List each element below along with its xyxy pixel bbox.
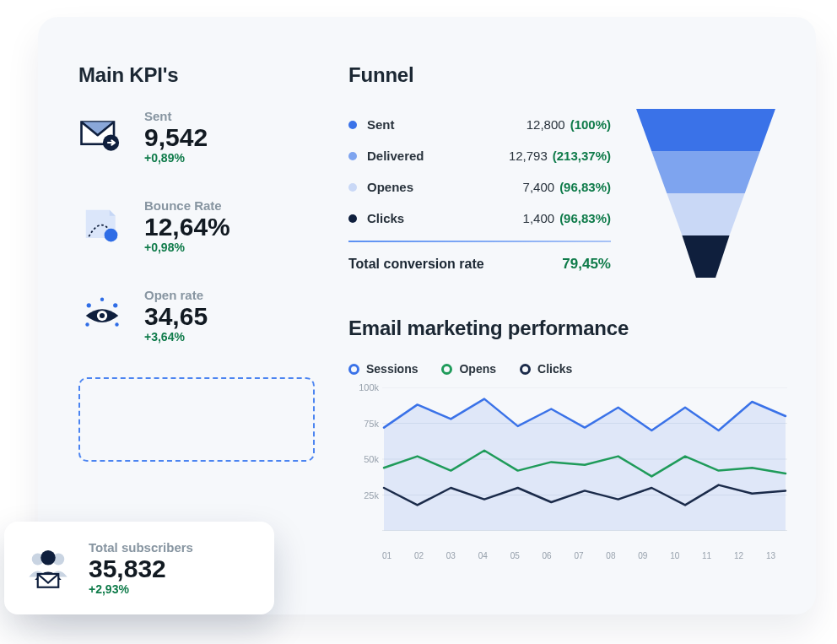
funnel-total: Total conversion rate 79,45% xyxy=(348,252,611,276)
funnel-list: Sent12,800 (100%)Delivered12,793 (213,37… xyxy=(348,109,611,276)
svg-point-9 xyxy=(100,313,105,318)
subscribers-delta: +2,93% xyxy=(89,582,193,596)
kpi-sent: Sent 9,542 +0,89% xyxy=(78,109,315,165)
legend-marker-icon xyxy=(520,364,531,375)
svg-marker-13 xyxy=(682,235,729,278)
x-tick-label: 03 xyxy=(446,551,456,560)
legend-label: Clicks xyxy=(537,362,572,376)
kpi-open-value: 34,65 xyxy=(144,302,208,330)
y-tick-label: 25k xyxy=(364,490,379,501)
kpi-sent-value: 9,542 xyxy=(144,123,208,151)
x-tick-label: 05 xyxy=(510,551,520,560)
svg-marker-12 xyxy=(667,193,744,235)
chart-legend: SessionsOpensClicks xyxy=(348,362,775,376)
kpi-bounce-value: 12,64% xyxy=(144,213,230,241)
funnel-item-value: 1,400 xyxy=(523,211,555,225)
kpi-bounce: Bounce Rate 12,64% +0,98% xyxy=(78,198,315,254)
performance-title: Email marketing performance xyxy=(348,317,775,340)
funnel-separator xyxy=(348,241,611,242)
funnel-item-label: Sent xyxy=(367,117,526,132)
dot-icon xyxy=(348,183,357,192)
kpi-column: Main KPI's Sent 9,542 +0,89% xyxy=(78,63,315,568)
funnel-item-pct: (100%) xyxy=(570,117,611,132)
funnel-total-label: Total conversion rate xyxy=(348,257,562,272)
funnel-item: Clicks1,400 (96,83%) xyxy=(348,203,611,234)
funnel-item: Openes7,400 (96,83%) xyxy=(348,171,611,203)
x-tick-label: 09 xyxy=(638,551,647,560)
svg-point-7 xyxy=(115,322,118,326)
x-tick-label: 07 xyxy=(574,551,583,560)
svg-point-5 xyxy=(113,303,117,307)
x-tick-label: 12 xyxy=(734,551,743,560)
x-tick-label: 08 xyxy=(606,551,615,560)
x-tick-label: 10 xyxy=(670,551,679,560)
performance-section: Email marketing performance SessionsOpen… xyxy=(348,317,775,560)
dot-icon xyxy=(348,121,357,129)
kpi-open-label: Open rate xyxy=(144,288,208,302)
kpi-open: Open rate 34,65 +3,64% xyxy=(78,288,315,344)
svg-point-3 xyxy=(87,303,91,307)
legend-label: Sessions xyxy=(366,362,418,376)
y-tick-label: 75k xyxy=(364,419,379,429)
funnel-item-value: 12,793 xyxy=(509,149,548,163)
x-tick-label: 02 xyxy=(414,551,424,560)
x-tick-label: 04 xyxy=(478,551,488,560)
kpi-sent-label: Sent xyxy=(144,109,208,123)
funnel-item-value: 7,400 xyxy=(523,180,555,194)
legend-item: Opens xyxy=(441,362,496,376)
funnel-item-value: 12,800 xyxy=(526,117,565,132)
subscribers-value: 35,832 xyxy=(89,555,193,582)
funnel-item: Delivered12,793 (213,37%) xyxy=(348,140,611,171)
funnel-total-pct: 79,45% xyxy=(562,256,611,273)
funnel-item-label: Openes xyxy=(367,180,523,194)
y-tick-label: 50k xyxy=(364,454,379,464)
funnel-item-label: Clicks xyxy=(367,211,523,225)
kpi-title: Main KPI's xyxy=(78,63,315,87)
eye-icon xyxy=(78,292,126,339)
subscribers-label: Total subscribers xyxy=(89,540,193,555)
svg-marker-10 xyxy=(636,109,775,151)
funnel-title: Funnel xyxy=(348,63,775,87)
bounce-icon xyxy=(78,203,126,250)
dot-icon xyxy=(348,214,357,223)
drop-placeholder[interactable] xyxy=(78,377,315,462)
x-tick-label: 11 xyxy=(702,551,711,560)
x-tick-label: 06 xyxy=(543,551,552,560)
dot-icon xyxy=(348,152,357,160)
funnel-item-pct: (213,37%) xyxy=(553,149,611,163)
kpi-bounce-delta: +0,98% xyxy=(144,241,230,254)
funnel-item-pct: (96,83%) xyxy=(559,180,611,194)
legend-marker-icon xyxy=(348,364,359,375)
kpi-bounce-label: Bounce Rate xyxy=(144,198,230,213)
funnel-item-pct: (96,83%) xyxy=(559,211,611,225)
legend-label: Opens xyxy=(459,362,496,376)
svg-point-6 xyxy=(85,322,89,326)
kpi-sent-delta: +0,89% xyxy=(144,151,208,165)
line-chart: 25k50k75k100k 01020304050607080910111213 xyxy=(348,387,775,560)
x-tick-label: 01 xyxy=(382,551,392,560)
envelope-icon xyxy=(78,113,126,160)
funnel-item: Sent12,800 (100%) xyxy=(348,109,611,140)
y-tick-label: 100k xyxy=(359,382,379,392)
legend-marker-icon xyxy=(441,364,452,375)
svg-point-4 xyxy=(100,298,104,301)
funnel-chart xyxy=(636,109,775,281)
legend-item: Sessions xyxy=(348,362,418,376)
subscribers-icon xyxy=(24,544,72,592)
svg-point-21 xyxy=(40,550,56,566)
funnel-item-label: Delivered xyxy=(367,149,509,163)
kpi-subscribers-card[interactable]: Total subscribers 35,832 +2,93% xyxy=(4,522,274,614)
legend-item: Clicks xyxy=(520,362,572,376)
svg-marker-11 xyxy=(651,151,760,193)
svg-point-2 xyxy=(105,229,118,242)
kpi-open-delta: +3,64% xyxy=(144,330,208,344)
x-tick-label: 13 xyxy=(766,551,775,560)
